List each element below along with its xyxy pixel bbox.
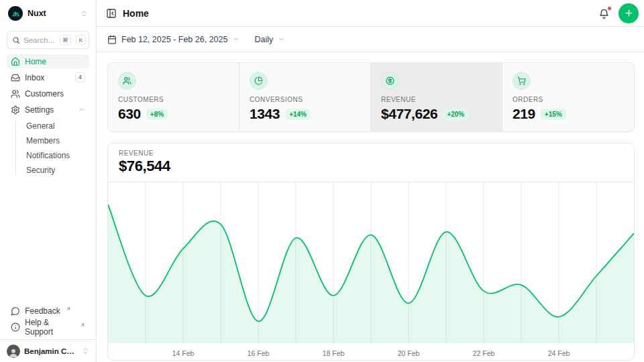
calendar-icon [107, 35, 117, 44]
sidebar-item-inbox[interactable]: Inbox 4 [7, 70, 89, 84]
sidebar-item-label: Customers [25, 89, 64, 99]
chevrons-up-down-icon [82, 347, 89, 355]
gear-icon [11, 105, 20, 115]
stat-label: CUSTOMERS [118, 96, 229, 103]
users-icon [11, 89, 20, 99]
plus-icon [624, 8, 634, 18]
chart-plot-area[interactable] [108, 182, 634, 347]
sidebar: Nuxt Search... ⌘K Home Inbox 4 [0, 0, 97, 362]
revenue-chart-card: REVENUE $76,544 14 Feb16 Feb18 Feb20 Feb… [107, 143, 635, 361]
notifications-button[interactable] [596, 5, 612, 21]
user-name: Benjamin Canac [24, 347, 78, 355]
pie-chart-icon [250, 72, 268, 90]
x-tick-label: 16 Feb [248, 349, 270, 357]
stat-card-customers[interactable]: CUSTOMERS 630 +8% [108, 63, 239, 131]
main-content: Home Feb 12, 2025 - Feb 26, 2025 Daily [97, 0, 644, 362]
stat-value: 1343 [250, 106, 280, 122]
chart-title: REVENUE [119, 149, 623, 157]
inbox-count-badge: 4 [75, 72, 85, 82]
sidebar-item-label: Settings [25, 105, 54, 115]
users-icon [118, 72, 136, 90]
sidebar-item-label: Help & Support [25, 318, 74, 337]
page-header: Home [97, 0, 644, 27]
notification-dot [607, 6, 612, 11]
stat-change-badge: +15% [541, 109, 566, 120]
sidebar-item-label: Inbox [25, 73, 44, 82]
sidebar-item-security[interactable]: Security [23, 164, 89, 176]
stat-card-orders[interactable]: ORDERS 219 +15% [502, 63, 634, 131]
add-button[interactable] [619, 3, 639, 23]
chart-x-axis-labels: 14 Feb16 Feb18 Feb20 Feb22 Feb24 Feb [108, 347, 634, 360]
sidebar-item-help-support[interactable]: Help & Support [7, 320, 89, 334]
revenue-chart-svg [108, 182, 634, 347]
chevron-up-icon [78, 106, 85, 113]
sidebar-item-feedback[interactable]: Feedback [7, 304, 89, 318]
kbd-meta: ⌘ [60, 35, 71, 45]
x-tick-label: 20 Feb [398, 349, 420, 357]
user-menu[interactable]: Benjamin Canac [0, 339, 96, 362]
sidebar-item-label: Feedback [25, 306, 60, 316]
sidebar-item-home[interactable]: Home [7, 54, 89, 68]
x-tick-label: 14 Feb [172, 349, 195, 357]
search-icon [12, 36, 20, 44]
sub-item-label: Notifications [26, 151, 70, 160]
stat-card-revenue[interactable]: REVENUE $477,626 +20% [371, 63, 502, 131]
external-link-icon [80, 322, 85, 328]
filters-toolbar: Feb 12, 2025 - Feb 26, 2025 Daily [97, 27, 644, 52]
date-range-label: Feb 12, 2025 - Feb 26, 2025 [121, 35, 227, 44]
stat-change-badge: +20% [443, 109, 468, 120]
sub-item-label: General [26, 121, 55, 131]
date-range-picker[interactable]: Feb 12, 2025 - Feb 26, 2025 [107, 35, 239, 44]
chevron-down-icon [232, 36, 239, 43]
cart-icon [513, 72, 531, 90]
avatar [7, 345, 20, 358]
stat-value: 630 [118, 106, 141, 122]
period-select[interactable]: Daily [254, 35, 285, 44]
stat-value: $477,626 [381, 106, 437, 122]
info-circle-icon [11, 322, 20, 332]
sidebar-item-notifications[interactable]: Notifications [23, 149, 89, 162]
stat-label: REVENUE [381, 96, 492, 103]
sidebar-item-settings[interactable]: Settings [7, 103, 89, 117]
stat-card-conversions[interactable]: CONVERSIONS 1343 +14% [239, 63, 371, 131]
x-tick-label: 18 Feb [323, 349, 345, 357]
message-circle-icon [11, 306, 20, 316]
chart-current-value: $76,544 [119, 158, 623, 175]
sidebar-item-members[interactable]: Members [23, 134, 89, 147]
stat-change-badge: +8% [146, 109, 168, 120]
sidebar-spacer [0, 176, 96, 301]
circle-dollar-icon [381, 72, 399, 90]
kbd-k: K [76, 35, 86, 45]
stat-label: ORDERS [513, 96, 624, 103]
chevrons-up-down-icon [80, 10, 88, 17]
x-tick-label: 22 Feb [473, 349, 495, 357]
page-title: Home [123, 8, 149, 19]
sidebar-nav: Home Inbox 4 Customers Settings Ge [0, 54, 96, 176]
settings-sub-list: General Members Notifications Security [15, 119, 89, 176]
sub-item-label: Security [26, 166, 55, 175]
inbox-icon [11, 73, 20, 82]
sidebar-item-general[interactable]: General [23, 119, 89, 132]
chevron-down-icon [278, 36, 285, 43]
period-label: Daily [254, 35, 273, 44]
stats-row: CUSTOMERS 630 +8% CONVERSIONS 1343 +14% … [107, 62, 635, 132]
external-link-icon [66, 306, 71, 312]
sub-item-label: Members [26, 136, 60, 145]
sidebar-item-customers[interactable]: Customers [7, 86, 89, 101]
search-placeholder: Search... [23, 36, 56, 44]
stat-value: 219 [513, 106, 535, 122]
nuxt-logo-icon [8, 6, 23, 21]
search-input[interactable]: Search... ⌘K [7, 31, 89, 49]
x-tick-label: 24 Feb [548, 349, 570, 357]
stat-label: CONVERSIONS [250, 96, 360, 103]
sidebar-collapse-icon[interactable] [106, 8, 117, 19]
sidebar-item-label: Home [25, 57, 46, 66]
sidebar-footer: Feedback Help & Support [0, 301, 96, 339]
chart-header: REVENUE $76,544 [108, 143, 634, 182]
brand-name: Nuxt [28, 9, 46, 18]
stat-change-badge: +14% [285, 109, 311, 120]
home-icon [11, 57, 20, 66]
team-switcher[interactable]: Nuxt [0, 0, 96, 27]
